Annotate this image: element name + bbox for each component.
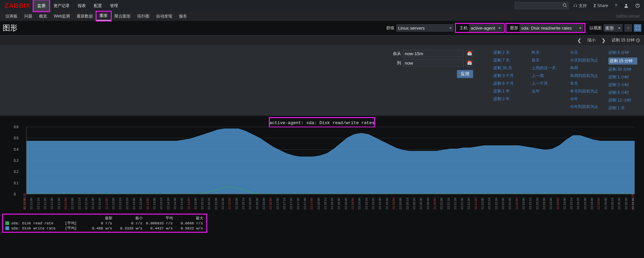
fullscreen-button[interactable]: ⛶ xyxy=(634,24,641,32)
zabbix-icon: Z xyxy=(594,3,596,8)
graph-select[interactable]: sda: Disk read/write rates xyxy=(520,24,583,32)
global-search[interactable] xyxy=(515,2,569,9)
topnav-monitoring[interactable]: 监测 xyxy=(33,0,49,11)
top-bar: ZABBIX 监测 资产记录 报表 配置 管理 支持 Z Share ? xyxy=(0,0,644,11)
to-input[interactable] xyxy=(403,59,464,67)
time-preset[interactable]: 还剩 1 天 xyxy=(608,105,637,111)
power-icon xyxy=(635,3,640,8)
time-preset[interactable]: 前天 xyxy=(532,58,561,63)
time-preset[interactable]: 今天到目前为止 xyxy=(570,58,599,63)
time-preset[interactable]: 还剩 12 小时 xyxy=(608,98,637,103)
subnav-discovery[interactable]: 自动发现 xyxy=(153,11,176,21)
time-preset[interactable]: 还剩 1 小时 xyxy=(608,74,637,80)
time-preset[interactable]: 还剩 2 年 xyxy=(493,96,522,102)
top-nav: 监测 资产记录 报表 配置 管理 xyxy=(33,0,122,11)
zoom-out-button[interactable]: 缩小 xyxy=(585,37,598,43)
subnav-maps[interactable]: 拓扑图 xyxy=(134,11,153,21)
sub-nav-bar: 仪表板 问题 概览 Web监测 最新数据 图形 聚合图形 拓扑图 自动发现 服务… xyxy=(0,11,644,21)
subnav-overview[interactable]: 概览 xyxy=(36,11,50,21)
time-picker-panel: 自从 📅 到 📅 应用 还剩 2 天还剩 7 天还剩 30 天还剩 3 个月还剩… xyxy=(0,45,644,116)
time-status[interactable]: 还剩 15 分钟 xyxy=(610,37,642,43)
group-select[interactable]: Linux servers xyxy=(396,24,454,32)
time-preset[interactable]: 本周 xyxy=(570,65,599,71)
time-preset[interactable]: 本月到目前为止 xyxy=(570,88,599,94)
logout-button[interactable] xyxy=(633,3,642,8)
subnav-dashboard[interactable]: 仪表板 xyxy=(2,11,21,21)
svg-point-2 xyxy=(625,4,627,6)
time-presets: 还剩 2 天还剩 7 天还剩 30 天还剩 3 个月还剩 6 个月还剩 1 年还… xyxy=(493,50,641,111)
help-button[interactable]: ? xyxy=(613,3,619,8)
question-icon: ? xyxy=(615,3,617,8)
time-preset[interactable]: 今天 xyxy=(570,50,599,56)
from-input[interactable] xyxy=(403,50,464,57)
view-select[interactable]: 图形 xyxy=(604,24,622,32)
time-preset[interactable]: 今年 xyxy=(570,96,599,102)
server-name: zabbix-server xyxy=(616,14,642,19)
chart-legend: 最新 最小 平均 最大 sda: Disk read rate[平均]0 r/s… xyxy=(3,214,207,232)
expand-icon: ⛶ xyxy=(636,26,640,30)
time-preset[interactable]: 还剩 5 分钟 xyxy=(608,50,637,56)
user-button[interactable] xyxy=(622,3,631,8)
subnav-screens[interactable]: 聚合图形 xyxy=(111,11,134,21)
time-preset[interactable]: 还剩 30 分钟 xyxy=(608,67,637,72)
chart-x-axis: 02-17 22:1002-17 22:2522:10:5022:11:0022… xyxy=(26,194,635,210)
apply-button[interactable]: 应用 xyxy=(457,70,473,78)
topnav-administration[interactable]: 管理 xyxy=(106,0,122,11)
svg-point-0 xyxy=(563,4,566,6)
topnav-inventory[interactable]: 资产记录 xyxy=(49,0,74,11)
subnav-graphs[interactable]: 图形 xyxy=(96,11,111,21)
legend-row: sda: Disk write rate[平均]0.466 w/s0.3328 … xyxy=(4,226,203,231)
time-preset[interactable]: 上一个月 xyxy=(532,81,561,86)
calendar-icon: 📅 xyxy=(467,51,472,56)
time-nav-row: ❮ 缩小 ❯ 还剩 15 分钟 xyxy=(0,35,644,45)
search-icon xyxy=(563,3,567,8)
time-preset[interactable]: 上周的这一天 xyxy=(532,65,561,71)
favorite-button[interactable]: ☆ xyxy=(624,24,632,32)
time-preset[interactable]: 还剩 6 小时 xyxy=(608,90,637,96)
subnav-web[interactable]: Web监测 xyxy=(50,11,73,21)
time-preset[interactable]: 还剩 3 小时 xyxy=(608,82,637,88)
time-prev-button[interactable]: ❮ xyxy=(576,38,583,43)
headset-icon xyxy=(573,4,577,8)
user-icon xyxy=(624,3,629,8)
time-preset[interactable]: 还剩 15 分钟 xyxy=(608,58,637,65)
time-preset[interactable]: 上一周 xyxy=(532,73,561,79)
from-calendar-button[interactable]: 📅 xyxy=(466,50,473,57)
support-link[interactable]: 支持 xyxy=(571,3,589,9)
chart-title: active-agent: sda: Disk read/write rates xyxy=(270,118,374,127)
time-preset[interactable]: 还剩 6 个月 xyxy=(493,81,522,86)
subnav-problems[interactable]: 问题 xyxy=(21,11,36,21)
view-label: 以视图 xyxy=(587,25,602,31)
page-title: 图形 xyxy=(3,23,24,33)
chart-area[interactable]: 00.10.20.30.40.50.6 xyxy=(26,127,635,194)
filter-bar: 图形 群组 Linux servers 主机 active-agent 图形 s… xyxy=(0,21,644,35)
subnav-latest-data[interactable]: 最新数据 xyxy=(73,11,96,21)
time-preset[interactable]: 本月 xyxy=(570,81,599,86)
time-preset[interactable]: 本周到目前为止 xyxy=(570,73,599,79)
sub-nav: 仪表板 问题 概览 Web监测 最新数据 图形 聚合图形 拓扑图 自动发现 服务 xyxy=(2,11,190,21)
calendar-icon: 📅 xyxy=(467,61,472,65)
time-preset[interactable]: 还剩 2 天 xyxy=(493,50,522,56)
time-preset[interactable]: 昨天 xyxy=(532,50,561,56)
group-label: 群组 xyxy=(384,25,394,31)
chart-container: active-agent: sda: Disk read/write rates… xyxy=(3,118,641,210)
time-preset[interactable]: 还剩 3 个月 xyxy=(493,73,522,79)
host-select[interactable]: active-agent xyxy=(469,24,503,32)
time-preset[interactable]: 去年 xyxy=(532,88,561,94)
graph-label: 图形 xyxy=(507,25,518,31)
topnav-reports[interactable]: 报表 xyxy=(74,0,90,11)
legend-swatch xyxy=(5,226,9,230)
subnav-services[interactable]: 服务 xyxy=(176,11,190,21)
time-preset[interactable]: 还剩 30 天 xyxy=(493,65,522,71)
to-calendar-button[interactable]: 📅 xyxy=(466,59,473,67)
clock-icon xyxy=(636,38,640,42)
time-preset[interactable]: 今年到目前为止 xyxy=(570,104,599,110)
time-preset[interactable]: 还剩 7 天 xyxy=(493,58,522,63)
svg-line-1 xyxy=(566,6,567,7)
time-next-button[interactable]: ❯ xyxy=(600,38,607,43)
topnav-configuration[interactable]: 配置 xyxy=(90,0,106,11)
legend-swatch xyxy=(5,221,9,225)
time-preset[interactable]: 还剩 1 年 xyxy=(493,88,522,94)
share-link[interactable]: Z Share xyxy=(592,3,610,8)
star-icon: ☆ xyxy=(627,26,630,30)
